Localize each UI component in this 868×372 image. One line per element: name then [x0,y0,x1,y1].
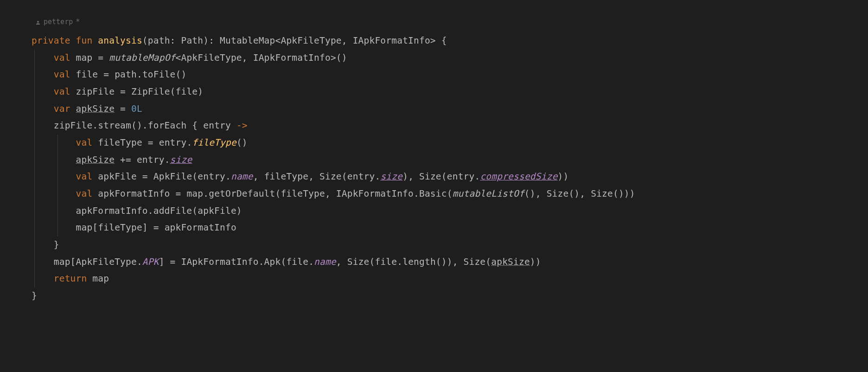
ident-map: map [186,188,203,199]
code-line[interactable]: val file = path.toFile() [32,66,836,83]
ctor-size: Size [464,257,486,267]
op-eq: = [120,86,126,97]
prop-name: name [231,171,253,182]
ident-apkformatinfo: apkFormatInfo [98,188,170,199]
keyword-private: private [32,35,70,46]
arg-filetype: fileType [264,171,309,182]
modified-indicator: * [76,18,80,26]
code-line[interactable]: map[ApkFileType.APK] = IApkFormatInfo.Ap… [32,254,836,271]
prop-name: name [314,257,336,267]
ident-entry: entry [137,154,165,165]
arrow: -> [236,120,248,131]
code-line[interactable]: val zipFile = ZipFile(file) [32,83,836,101]
keyword-fun: fun [76,35,93,46]
op-eq: = [103,69,109,80]
ctor-apkfile: ApkFile [153,171,192,182]
keyword-val: val [54,86,70,97]
type-apkfiletype: ApkFileType [76,257,137,267]
brace-open: { [441,35,447,46]
ident-file: file [286,257,308,267]
method-length: length [402,257,436,267]
literal-zero: 0L [131,103,142,114]
keyword-return: return [54,273,87,284]
ctor-size: Size [419,171,441,182]
ident-file: file [375,257,397,267]
ident-map: map [76,52,93,63]
ctor-zipfile: ZipFile [131,86,170,97]
op-eq: = [148,137,153,148]
code-line[interactable]: } [32,288,836,305]
ident-map: map [76,222,93,233]
author-annotation: petterp * [9,15,859,32]
nested-basic: Basic [419,188,447,199]
fn-mutablemapof: mutableMapOf [109,52,175,63]
code-line[interactable]: val apkFile = ApkFile(entry.name, fileTy… [32,168,836,186]
fn-mutablelistof: mutableListOf [453,188,524,199]
keyword-val: val [54,52,70,63]
code-line[interactable]: val map = mutableMapOf<ApkFileType, IApk… [32,50,836,67]
keyword-val: val [76,137,93,148]
ident-apkformatinfo: apkFormatInfo [76,205,148,216]
code-line[interactable]: val apkFormatInfo = map.getOrDefault(fil… [32,186,836,203]
type-iapkformatinfo: IApkFormatInfo [336,188,414,199]
code-line[interactable]: } [32,237,836,254]
brace-close: } [32,290,37,301]
ident-apkformatinfo: apkFormatInfo [165,222,236,233]
op-pluseq: += [120,154,131,165]
prop-size: size [170,154,192,165]
ident-entry: entry [159,137,187,148]
code-line[interactable]: var apkSize = 0L [32,101,836,118]
op-eq: = [98,52,103,63]
ident-file: file [76,69,98,80]
keyword-val: val [54,69,70,80]
ident-map: map [54,257,70,267]
type-iapkformatinfo: IApkFormatInfo [253,52,331,63]
ident-zipfile: zipFile [54,120,93,131]
code-editor[interactable]: petterp * private fun analysis(path: Pat… [9,9,859,314]
prop-compressedsize: compressedSize [480,171,557,182]
keyword-val: val [76,171,93,182]
code-line[interactable]: apkFormatInfo.addFile(apkFile) [32,203,836,220]
function-name: analysis [98,35,142,46]
parens: () [236,137,248,148]
ident-apksize: apkSize [491,257,530,267]
code-line[interactable]: private fun analysis(path: Path): Mutabl… [32,32,836,50]
method-addfile: addFile [153,205,192,216]
brace-close: } [54,239,59,250]
parens: () [336,52,347,63]
lambda-param-entry: entry [203,120,231,131]
type-apkfiletype: ApkFileType [281,35,341,46]
ident-entry: entry [347,171,375,182]
brace-open: { [192,120,198,131]
prop-size: size [380,171,402,182]
keyword-var: var [54,103,70,114]
parens: () [176,69,187,80]
ident-apkfile: apkFile [98,171,137,182]
code-line[interactable]: val fileType = entry.fileType() [32,135,836,152]
ident-entry: entry [447,171,475,182]
code-block[interactable]: private fun analysis(path: Path): Mutabl… [9,32,859,305]
type-apkfiletype: ApkFileType [181,52,242,63]
code-line[interactable]: return map [32,270,836,288]
ctor-size: Size [347,257,370,267]
ctor-size: Size [319,171,342,182]
keyword-val: val [76,188,93,199]
ident-apksize: apkSize [76,154,115,165]
ident-map: map [92,273,109,284]
type-mutablemap: MutableMap [220,35,275,46]
ctor-size: Size [591,188,613,199]
ident-path: path [115,69,137,80]
code-line[interactable]: zipFile.stream().forEach { entry -> [32,117,836,135]
code-line[interactable]: map[fileType] = apkFormatInfo [32,219,836,237]
type-path: Path [181,35,203,46]
user-icon [35,19,41,25]
method-getordefault: getOrDefault [209,188,275,199]
enum-apk: APK [142,257,159,267]
op-eq: = [153,222,159,233]
type-iapkformatinfo: IApkFormatInfo [181,257,258,267]
method-tofile: toFile [142,69,176,80]
ctor-size: Size [547,188,569,199]
idx-filetype: fileType [98,222,142,233]
ident-filetype: fileType [98,137,142,148]
code-line[interactable]: apkSize += entry.size [32,152,836,169]
